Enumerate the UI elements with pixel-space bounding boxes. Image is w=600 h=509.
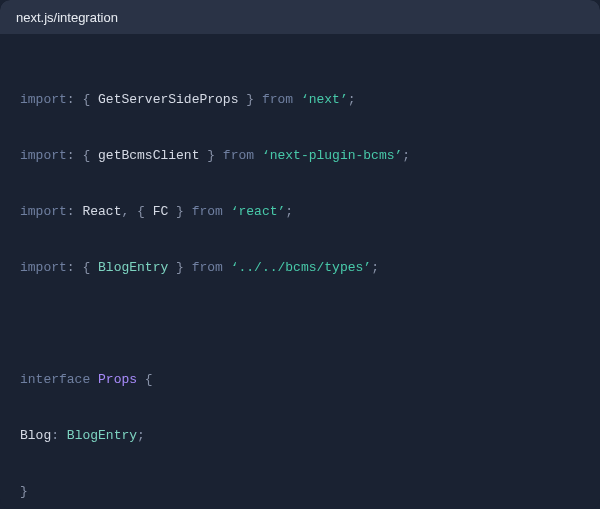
code-line: import: React, { FC } from ‘react’; bbox=[20, 198, 580, 226]
code-line: import: { BlogEntry } from ‘../../bcms/t… bbox=[20, 254, 580, 282]
window-title: next.js/integration bbox=[16, 10, 118, 25]
code-line: interface Props { bbox=[20, 366, 580, 394]
titlebar: next.js/integration bbox=[0, 0, 600, 34]
code-area: import: { GetServerSideProps } from ‘nex… bbox=[0, 34, 600, 509]
code-line: import: { getBcmsClient } from ‘next-plu… bbox=[20, 142, 580, 170]
code-line bbox=[20, 310, 580, 338]
code-line: } bbox=[20, 478, 580, 506]
code-line: import: { GetServerSideProps } from ‘nex… bbox=[20, 86, 580, 114]
code-window: next.js/integration import: { GetServerS… bbox=[0, 0, 600, 509]
code-line: Blog: BlogEntry; bbox=[20, 422, 580, 450]
